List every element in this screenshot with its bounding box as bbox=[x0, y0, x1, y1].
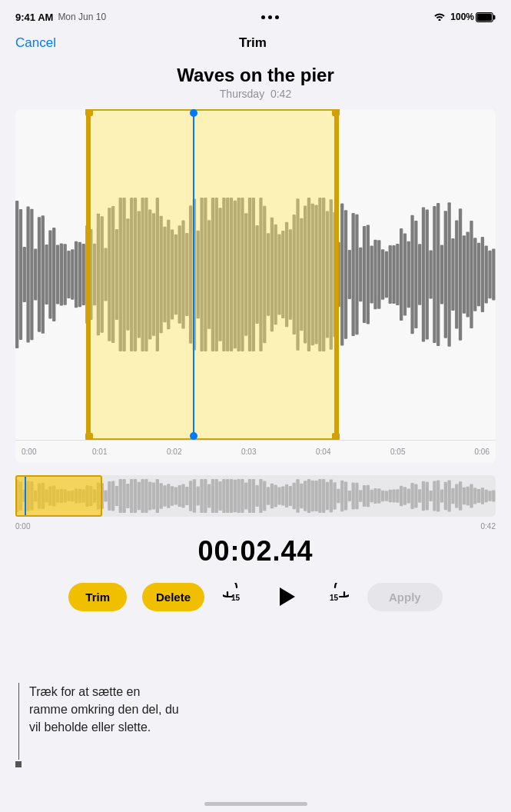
svg-rect-182 bbox=[197, 486, 200, 505]
svg-rect-94 bbox=[352, 213, 355, 336]
svg-rect-227 bbox=[363, 485, 366, 507]
svg-rect-183 bbox=[200, 479, 203, 513]
svg-rect-126 bbox=[470, 221, 473, 328]
svg-rect-254 bbox=[463, 488, 466, 504]
svg-rect-214 bbox=[314, 481, 317, 511]
svg-rect-255 bbox=[466, 487, 470, 505]
svg-rect-19 bbox=[75, 241, 78, 308]
rewind-15-icon: 15 bbox=[223, 583, 251, 611]
svg-rect-93 bbox=[348, 250, 351, 299]
time-label-0: 0:00 bbox=[22, 448, 36, 456]
rewind-15-button[interactable]: 15 bbox=[220, 580, 254, 614]
svg-rect-246 bbox=[433, 481, 436, 511]
svg-rect-167 bbox=[141, 479, 144, 513]
battery-icon: 100% bbox=[450, 12, 496, 22]
svg-rect-112 bbox=[418, 244, 421, 304]
annotation-dot bbox=[15, 761, 22, 767]
svg-rect-123 bbox=[459, 208, 462, 340]
page-title: Trim bbox=[239, 35, 267, 51]
svg-rect-235 bbox=[392, 490, 395, 503]
svg-rect-178 bbox=[181, 484, 184, 508]
svg-rect-181 bbox=[193, 479, 196, 512]
cancel-button[interactable]: Cancel bbox=[15, 35, 56, 51]
forward-15-icon: 15 bbox=[321, 583, 349, 611]
svg-rect-180 bbox=[189, 481, 192, 511]
svg-rect-229 bbox=[370, 490, 373, 502]
svg-rect-163 bbox=[126, 484, 129, 508]
svg-rect-121 bbox=[451, 238, 454, 311]
svg-rect-125 bbox=[466, 232, 470, 318]
apply-button[interactable]: Apply bbox=[367, 583, 443, 611]
svg-rect-117 bbox=[436, 203, 440, 346]
svg-rect-248 bbox=[440, 490, 443, 503]
svg-rect-261 bbox=[488, 491, 491, 501]
svg-rect-252 bbox=[455, 484, 458, 508]
svg-rect-207 bbox=[289, 486, 292, 506]
svg-rect-164 bbox=[130, 479, 133, 513]
trim-button[interactable]: Trim bbox=[68, 583, 127, 611]
scrubber-selection[interactable] bbox=[15, 475, 102, 517]
svg-rect-195 bbox=[244, 482, 247, 509]
svg-rect-186 bbox=[211, 479, 214, 513]
svg-rect-172 bbox=[160, 483, 163, 509]
svg-rect-120 bbox=[448, 202, 451, 346]
svg-rect-206 bbox=[285, 484, 288, 508]
trim-selection[interactable] bbox=[88, 109, 337, 440]
svg-rect-96 bbox=[359, 248, 362, 302]
svg-rect-5 bbox=[23, 247, 26, 302]
delete-button[interactable]: Delete bbox=[142, 583, 204, 611]
svg-rect-160 bbox=[115, 486, 118, 506]
song-header: Waves on the pier Thursday 0:42 bbox=[0, 58, 511, 109]
svg-rect-128 bbox=[477, 243, 480, 307]
svg-rect-258 bbox=[477, 489, 480, 503]
svg-rect-131 bbox=[488, 251, 491, 298]
svg-rect-223 bbox=[348, 491, 351, 501]
trim-handle-left[interactable] bbox=[86, 111, 91, 438]
svg-rect-10 bbox=[41, 215, 45, 334]
svg-rect-91 bbox=[340, 203, 343, 345]
svg-rect-169 bbox=[148, 481, 151, 510]
svg-rect-220 bbox=[337, 489, 340, 504]
svg-rect-14 bbox=[56, 245, 59, 304]
svg-rect-212 bbox=[307, 479, 310, 513]
svg-rect-205 bbox=[281, 486, 284, 505]
svg-rect-122 bbox=[455, 221, 458, 329]
svg-rect-218 bbox=[330, 480, 333, 513]
svg-rect-189 bbox=[222, 479, 225, 513]
svg-rect-179 bbox=[185, 487, 188, 505]
waveform-area[interactable]: 0:00 0:01 0:02 0:03 0:04 0:05 0:06 bbox=[15, 109, 496, 463]
svg-rect-203 bbox=[274, 485, 277, 508]
svg-rect-175 bbox=[171, 486, 174, 506]
svg-rect-166 bbox=[138, 482, 141, 510]
svg-rect-251 bbox=[451, 488, 454, 504]
svg-rect-240 bbox=[410, 483, 413, 509]
svg-rect-257 bbox=[473, 488, 476, 504]
status-bar: 9:41 AM Mon Jun 10 100% bbox=[0, 0, 511, 28]
svg-rect-170 bbox=[152, 482, 155, 509]
svg-rect-262 bbox=[492, 491, 495, 502]
trim-handle-right[interactable] bbox=[334, 111, 339, 438]
forward-15-button[interactable]: 15 bbox=[318, 580, 352, 614]
svg-rect-200 bbox=[263, 481, 266, 511]
play-button[interactable] bbox=[269, 580, 303, 614]
svg-rect-197 bbox=[252, 479, 255, 513]
svg-rect-204 bbox=[277, 487, 280, 504]
svg-rect-216 bbox=[322, 479, 325, 513]
svg-rect-222 bbox=[344, 482, 347, 511]
svg-rect-253 bbox=[459, 481, 462, 511]
svg-rect-132 bbox=[492, 248, 495, 300]
svg-rect-106 bbox=[396, 244, 399, 305]
time-label-4: 0:04 bbox=[316, 448, 330, 456]
svg-rect-119 bbox=[444, 211, 447, 338]
svg-rect-210 bbox=[300, 484, 303, 508]
svg-rect-165 bbox=[134, 479, 137, 513]
svg-rect-6 bbox=[26, 206, 29, 342]
time-label-5: 0:05 bbox=[390, 448, 405, 456]
scrubber-container[interactable]: 0:00 0:42 bbox=[15, 475, 496, 517]
svg-rect-1 bbox=[493, 15, 495, 19]
svg-rect-230 bbox=[373, 488, 377, 504]
svg-rect-103 bbox=[385, 251, 388, 298]
svg-rect-105 bbox=[392, 245, 395, 304]
svg-rect-219 bbox=[333, 482, 336, 510]
svg-rect-98 bbox=[367, 225, 370, 324]
